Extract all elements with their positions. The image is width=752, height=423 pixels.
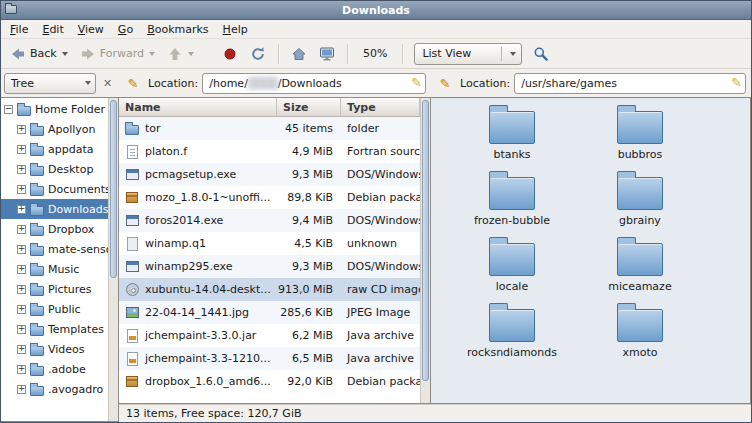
table-row-selected[interactable]: xubuntu-14.04-deskt... 913,0 MiB raw CD …: [119, 278, 420, 301]
scrollbar-thumb[interactable]: [110, 100, 117, 278]
sidebar-item-apollyon[interactable]: Apollyon: [1, 119, 108, 139]
folder-icon: [489, 177, 535, 210]
table-row[interactable]: foros2014.exe 9,4 MiB DOS/Windows ex: [119, 209, 420, 232]
desktop-button[interactable]: [314, 42, 340, 66]
folder-item-frozen-bubble[interactable]: frozen-bubble: [453, 170, 571, 236]
location-input-right[interactable]: /usr/share/games: [514, 73, 746, 94]
unknown-file-icon: [123, 237, 141, 251]
menu-go[interactable]: Go: [111, 21, 140, 38]
titlebar[interactable]: Downloads: [1, 1, 751, 20]
sidebar-item-label: Documents: [48, 183, 108, 196]
sidebar-item-downloads[interactable]: Downloads: [1, 199, 108, 219]
sidebar-item-mate-sensors[interactable]: mate-sensors-: [1, 239, 108, 259]
edit-location-button[interactable]: [434, 73, 456, 94]
sidebar-item-music[interactable]: Music: [1, 259, 108, 279]
file-type: DOS/Windows ex: [341, 168, 420, 181]
forward-button[interactable]: Forward: [75, 42, 160, 66]
table-row[interactable]: pcmagsetup.exe 9,3 MiB DOS/Windows ex: [119, 163, 420, 186]
sidebar-item-appdata[interactable]: appdata: [1, 139, 108, 159]
column-header-type[interactable]: Type: [341, 98, 420, 116]
package-file-icon: [123, 192, 141, 203]
toolbar-separator: [347, 44, 348, 64]
table-row[interactable]: tor 45 items folder: [119, 117, 420, 140]
expand-icon[interactable]: [17, 285, 26, 294]
table-row[interactable]: jchempaint-3.3.0.jar 6,2 MiB Java archiv…: [119, 324, 420, 347]
sidebar-item-videos[interactable]: Videos: [1, 339, 108, 359]
expand-icon[interactable]: [17, 345, 26, 354]
folder-icon: [30, 186, 44, 196]
search-button[interactable]: [528, 42, 554, 66]
menu-view[interactable]: View: [71, 21, 111, 38]
expand-icon[interactable]: [17, 165, 26, 174]
folder-item-gbrainy[interactable]: gbrainy: [581, 170, 699, 236]
folder-item-xmoto[interactable]: xmoto: [581, 302, 699, 368]
table-row[interactable]: winamp295.exe 9,3 MiB DOS/Windows ex: [119, 255, 420, 278]
side-pane-mode-select[interactable]: Tree: [4, 73, 96, 94]
forward-label: Forward: [100, 47, 144, 60]
file-list-scrollbar[interactable]: [420, 98, 430, 403]
sidebar-scrollbar[interactable]: [108, 98, 118, 421]
sidebar-item-pictures[interactable]: Pictures: [1, 279, 108, 299]
sidebar-item-public[interactable]: Public: [1, 299, 108, 319]
menu-help[interactable]: Help: [216, 21, 255, 38]
back-button[interactable]: Back: [5, 42, 73, 66]
sidebar-item-home-folder[interactable]: Home Folder: [1, 99, 108, 119]
folder-label: bubbros: [618, 148, 663, 161]
path-prefix: /home/: [209, 77, 248, 90]
table-row[interactable]: 22-04-14_1441.jpg 285,6 KiB JPEG Image: [119, 301, 420, 324]
expand-icon[interactable]: [17, 305, 26, 314]
expand-icon[interactable]: [17, 125, 26, 134]
home-button[interactable]: [286, 42, 312, 66]
scrollbar-thumb[interactable]: [422, 100, 429, 381]
sidebar-item-templates[interactable]: Templates: [1, 319, 108, 339]
expand-icon[interactable]: [17, 205, 26, 214]
sidebar-item-dropbox[interactable]: Dropbox: [1, 219, 108, 239]
stop-button[interactable]: [217, 42, 243, 66]
file-size: 6,2 MiB: [277, 329, 341, 342]
menu-bookmarks[interactable]: Bookmarks: [140, 21, 215, 38]
table-row[interactable]: dropbox_1.6.0_amd6... 92,0 KiB Debian pa…: [119, 370, 420, 393]
expand-icon[interactable]: [17, 325, 26, 334]
pencil-icon: [128, 76, 139, 91]
file-type: DOS/Windows ex: [341, 260, 420, 273]
folder-item-miceamaze[interactable]: miceamaze: [581, 236, 699, 302]
table-row[interactable]: jchempaint-3.3-1210... 6,5 MiB Java arch…: [119, 347, 420, 370]
folder-item-rocksndiamonds[interactable]: rocksndiamonds: [453, 302, 571, 368]
column-header-name[interactable]: Name: [119, 98, 277, 116]
expand-icon[interactable]: [17, 365, 26, 374]
expand-icon[interactable]: [17, 385, 26, 394]
folder-item-btanks[interactable]: btanks: [453, 104, 571, 170]
menu-file[interactable]: File: [3, 21, 35, 38]
menu-edit[interactable]: Edit: [35, 21, 70, 38]
folder-icon: [617, 111, 663, 144]
reload-button[interactable]: [245, 42, 271, 66]
close-side-pane-button[interactable]: [99, 75, 116, 92]
expand-icon[interactable]: [17, 145, 26, 154]
expand-icon[interactable]: [17, 245, 26, 254]
edit-location-button[interactable]: [122, 73, 144, 94]
main-pane: Location: /home/▒▒▒▒/Downloads Location:…: [119, 69, 751, 422]
sidebar-item-adobe[interactable]: .adobe: [1, 359, 108, 379]
sidebar-item-desktop[interactable]: Desktop: [1, 159, 108, 179]
expand-icon[interactable]: [17, 265, 26, 274]
toolbar: Back Forward: [1, 39, 751, 69]
sidebar-item-documents[interactable]: Documents: [1, 179, 108, 199]
path-value: /usr/share/games: [521, 77, 617, 90]
executable-file-icon: [123, 169, 141, 180]
file-type: JPEG Image: [341, 306, 420, 319]
table-row[interactable]: mozo_1.8.0-1~unoffi... 89,8 KiB Debian p…: [119, 186, 420, 209]
expand-icon[interactable]: [17, 225, 26, 234]
table-row[interactable]: winamp.q1 4,5 KiB unknown: [119, 232, 420, 255]
sidebar-item-avogadro[interactable]: .avogadro: [1, 379, 108, 399]
folder-item-bubbros[interactable]: bubbros: [581, 104, 699, 170]
disc-image-file-icon: [123, 283, 141, 296]
expand-icon[interactable]: [17, 185, 26, 194]
up-button[interactable]: [162, 42, 199, 66]
folder-item-locale[interactable]: locale: [453, 236, 571, 302]
column-header-size[interactable]: Size: [277, 98, 341, 116]
collapse-icon[interactable]: [4, 105, 13, 114]
location-input-left[interactable]: /home/▒▒▒▒/Downloads: [202, 73, 426, 94]
view-mode-select[interactable]: List View: [414, 43, 522, 65]
table-row[interactable]: platon.f 4,9 MiB Fortran source co: [119, 140, 420, 163]
reload-icon: [250, 46, 266, 62]
